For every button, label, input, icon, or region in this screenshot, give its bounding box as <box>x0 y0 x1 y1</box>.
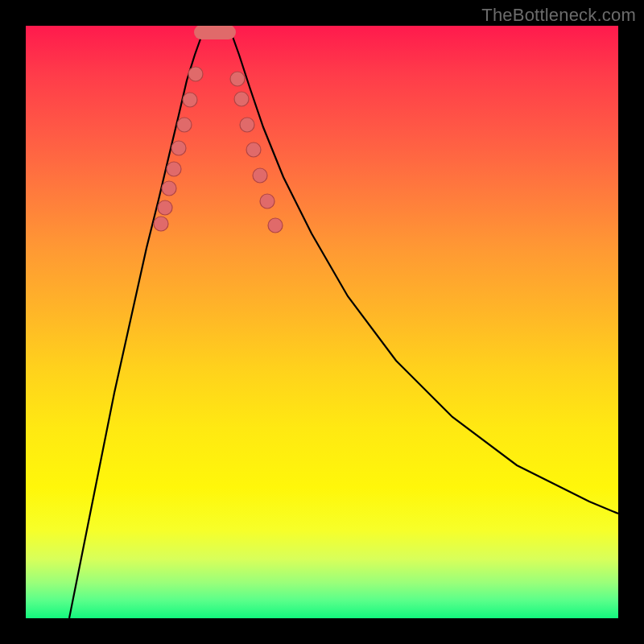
data-marker <box>167 162 181 176</box>
data-marker <box>260 194 275 208</box>
plot-area <box>26 26 618 618</box>
marker-cluster-left <box>154 67 203 231</box>
data-marker <box>240 118 254 132</box>
data-marker <box>188 67 203 81</box>
curve-right-branch <box>231 32 618 514</box>
chart-svg <box>26 26 618 618</box>
data-marker <box>234 92 249 106</box>
marker-cluster-right <box>230 72 283 233</box>
data-marker <box>230 72 245 86</box>
chart-frame: TheBottleneck.com <box>0 0 644 644</box>
data-marker <box>268 218 283 233</box>
data-marker <box>183 93 197 107</box>
data-marker <box>162 181 176 196</box>
data-marker <box>246 142 261 157</box>
data-marker <box>171 141 186 155</box>
data-marker <box>154 217 168 231</box>
data-marker <box>253 168 267 183</box>
data-marker <box>177 118 192 132</box>
watermark-text: TheBottleneck.com <box>481 5 636 26</box>
data-marker <box>158 200 172 215</box>
